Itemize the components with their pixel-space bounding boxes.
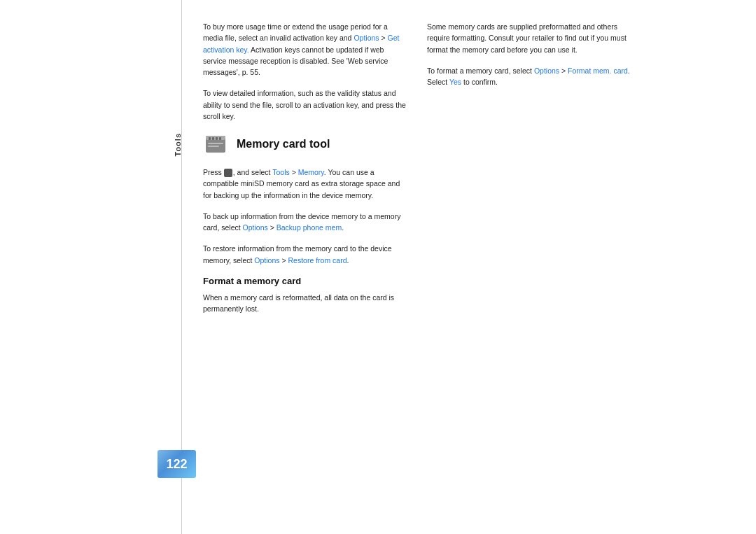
page-number: 122 [166, 457, 187, 472]
format-text-1: To format a memory card, select [427, 66, 534, 75]
left-column: To buy more usage time or extend the usa… [203, 21, 406, 513]
options-link-2[interactable]: Options [243, 223, 268, 232]
left-sidebar: Tools 122 [0, 0, 182, 534]
tools-label: Tools [174, 133, 182, 157]
svg-rect-4 [216, 137, 218, 140]
format-mem-card-link[interactable]: Format mem. card [568, 66, 628, 75]
svg-rect-7 [208, 146, 219, 147]
preformatted-paragraph: Some memory cards are supplied preformat… [427, 21, 630, 55]
menu-icon [224, 169, 232, 177]
format-text-3: to confirm. [461, 78, 498, 86]
memory-card-icon [203, 132, 228, 157]
backup-sep: > [268, 223, 276, 232]
restore-from-card-link[interactable]: Restore from card [288, 256, 346, 265]
memory-sep: > [290, 168, 298, 176]
format-instructions-paragraph: To format a memory card, select Options … [427, 65, 630, 88]
format-memory-card-title: Format a memory card [203, 276, 406, 286]
main-content: To buy more usage time or extend the usa… [182, 0, 756, 534]
memory-card-section-header: Memory card tool [203, 132, 406, 157]
format-warning-paragraph: When a memory card is reformatted, all d… [203, 292, 406, 315]
options-link-3[interactable]: Options [254, 256, 279, 265]
memory-link[interactable]: Memory [298, 168, 324, 176]
backup-paragraph: To back up information from the device m… [203, 211, 406, 234]
page-number-box: 122 [158, 450, 196, 478]
backup-phone-mem-link[interactable]: Backup phone mem [276, 223, 342, 232]
activation-paragraph: To buy more usage time or extend the usa… [203, 21, 406, 78]
svg-rect-5 [219, 137, 221, 140]
memory-text-2: , and select [233, 168, 272, 176]
restore-text-2: . [347, 256, 349, 265]
activation-connector: > [379, 34, 388, 42]
page-container: Tools 122 To buy more usage time or exte… [0, 0, 756, 534]
backup-text-2: . [342, 223, 344, 232]
memory-text-1: Press [203, 168, 224, 176]
restore-paragraph: To restore information from the memory c… [203, 243, 406, 266]
yes-link[interactable]: Yes [449, 78, 461, 86]
svg-rect-3 [212, 137, 214, 140]
svg-rect-2 [209, 137, 211, 140]
detailed-info-paragraph: To view detailed information, such as th… [203, 87, 406, 122]
format-sep: > [559, 66, 568, 75]
right-column: Some memory cards are supplied preformat… [427, 21, 630, 513]
svg-rect-6 [208, 143, 223, 144]
tools-link[interactable]: Tools [272, 168, 290, 176]
restore-sep: > [280, 256, 288, 265]
options-link-1[interactable]: Options [354, 34, 379, 42]
memory-intro-paragraph: Press , and select Tools > Memory. You c… [203, 167, 406, 201]
options-link-4[interactable]: Options [534, 66, 559, 75]
memory-card-tool-title: Memory card tool [237, 138, 330, 150]
